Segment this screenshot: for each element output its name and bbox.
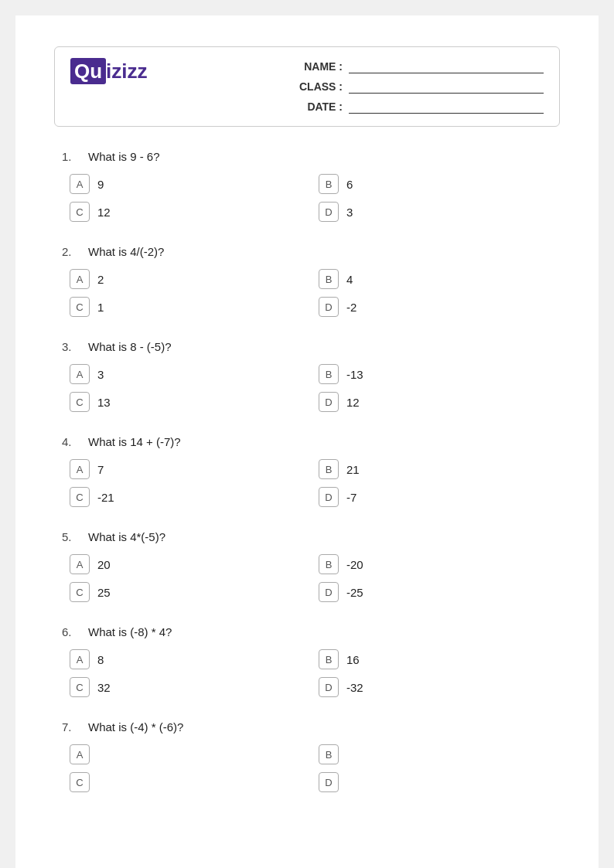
option-c-6[interactable]: C32 [70,677,303,697]
option-c-4[interactable]: C-21 [70,487,303,507]
field-row-name: NAME : [296,60,544,73]
question-block-4: 4.What is 14 + (-7)?A7B21C-21D-7 [62,435,552,507]
option-letter-badge: A [70,459,90,479]
option-a-7[interactable]: A [70,744,303,764]
option-value-d-2: -2 [346,301,356,314]
option-d-6[interactable]: D-32 [319,677,552,697]
option-letter-badge: C [70,202,90,222]
option-c-3[interactable]: C13 [70,392,303,412]
option-d-5[interactable]: D-25 [319,582,552,602]
option-value-c-6: 32 [97,681,111,694]
option-b-1[interactable]: B6 [319,174,552,194]
option-letter-badge: D [319,677,339,697]
option-letter-badge: A [70,269,90,289]
option-value-c-3: 13 [97,396,111,409]
question-body-4: What is 14 + (-7)? [88,435,181,448]
option-letter-badge: A [70,364,90,384]
option-b-6[interactable]: B16 [319,649,552,669]
option-letter-badge: B [319,744,339,764]
question-body-7: What is (-4) * (-6)? [88,720,183,734]
option-value-d-1: 3 [346,206,353,219]
option-letter-badge: B [319,174,339,194]
option-d-1[interactable]: D3 [319,202,552,222]
question-body-6: What is (-8) * 4? [88,625,172,638]
option-letter-badge: C [70,392,90,412]
question-number-3: 3. [62,340,80,353]
option-letter-badge: B [319,649,339,669]
option-letter-badge: A [70,744,90,764]
field-label-date: DATE : [296,100,343,113]
option-d-7[interactable]: D [319,772,552,792]
question-number-5: 5. [62,530,80,543]
option-letter-badge: D [319,297,339,317]
option-a-6[interactable]: A8 [70,649,303,669]
option-value-d-5: -25 [346,586,363,599]
option-value-c-1: 12 [97,206,111,219]
option-a-2[interactable]: A2 [70,269,303,289]
question-block-3: 3.What is 8 - (-5)?A3B-13C13D12 [62,340,552,412]
question-body-2: What is 4/(-2)? [88,245,164,258]
option-letter-badge: D [319,582,339,602]
option-c-7[interactable]: C [70,772,303,792]
logo: Quizizz [70,60,148,83]
option-letter-badge: B [319,459,339,479]
options-grid-6: A8B16C32D-32 [62,649,552,697]
option-a-4[interactable]: A7 [70,459,303,479]
option-letter-badge: D [319,392,339,412]
option-letter-badge: D [319,202,339,222]
option-letter-badge: B [319,364,339,384]
option-b-4[interactable]: B21 [319,459,552,479]
option-letter-badge: B [319,554,339,574]
logo-q: Qu [70,58,106,84]
questions-section: 1.What is 9 - 6?A9B6C12D32.What is 4/(-2… [54,150,560,792]
option-a-1[interactable]: A9 [70,174,303,194]
question-number-2: 2. [62,245,80,258]
field-line-class[interactable] [349,80,544,94]
field-row-date: DATE : [296,100,544,114]
question-text-4: 4.What is 14 + (-7)? [62,435,552,448]
option-b-3[interactable]: B-13 [319,364,552,384]
option-d-4[interactable]: D-7 [319,487,552,507]
option-value-c-2: 1 [97,301,104,314]
question-text-1: 1.What is 9 - 6? [62,150,552,163]
option-value-b-2: 4 [346,273,353,286]
question-number-7: 7. [62,720,80,734]
page: Quizizz NAME :CLASS :DATE : 1.What is 9 … [15,15,599,868]
option-value-b-4: 21 [346,463,360,476]
question-text-3: 3.What is 8 - (-5)? [62,340,552,353]
options-grid-5: A20B-20C25D-25 [62,554,552,602]
field-line-date[interactable] [349,100,544,114]
option-letter-badge: A [70,174,90,194]
logo-rest: izizz [106,60,147,83]
field-row-class: CLASS : [296,80,544,94]
field-line-name[interactable] [349,60,544,73]
options-grid-1: A9B6C12D3 [62,174,552,222]
header-left: Quizizz [70,60,148,97]
question-text-7: 7.What is (-4) * (-6)? [62,720,552,734]
option-c-2[interactable]: C1 [70,297,303,317]
option-value-b-6: 16 [346,653,360,666]
question-text-5: 5.What is 4*(-5)? [62,530,552,543]
option-letter-badge: C [70,297,90,317]
option-value-b-5: -20 [346,558,363,571]
question-block-7: 7.What is (-4) * (-6)?ABCD [62,720,552,792]
question-body-3: What is 8 - (-5)? [88,340,172,353]
option-value-a-6: 8 [97,653,104,666]
option-a-3[interactable]: A3 [70,364,303,384]
option-letter-badge: A [70,649,90,669]
option-d-3[interactable]: D12 [319,392,552,412]
question-number-4: 4. [62,435,80,448]
option-value-c-5: 25 [97,586,111,599]
option-value-c-4: -21 [97,491,114,504]
option-d-2[interactable]: D-2 [319,297,552,317]
question-number-1: 1. [62,150,80,163]
option-b-7[interactable]: B [319,744,552,764]
option-value-a-3: 3 [97,368,104,381]
option-b-5[interactable]: B-20 [319,554,552,574]
option-b-2[interactable]: B4 [319,269,552,289]
option-c-1[interactable]: C12 [70,202,303,222]
question-block-2: 2.What is 4/(-2)?A2B4C1D-2 [62,245,552,317]
option-c-5[interactable]: C25 [70,582,303,602]
option-a-5[interactable]: A20 [70,554,303,574]
option-value-b-3: -13 [346,368,363,381]
